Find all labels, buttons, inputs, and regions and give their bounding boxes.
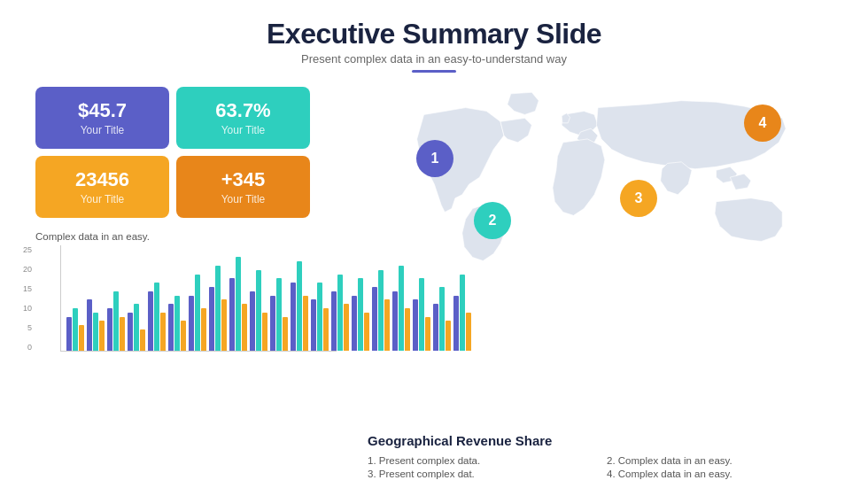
bar xyxy=(352,296,357,351)
bar xyxy=(256,270,261,351)
bar-group xyxy=(128,304,145,351)
stat-value-0: $45.7 xyxy=(78,99,127,122)
page-subtitle: Present complex data in an easy-to-under… xyxy=(35,52,833,66)
map-pin-4: 4 xyxy=(744,105,781,142)
map-pin-3: 3 xyxy=(620,180,657,217)
bar xyxy=(344,304,349,351)
stat-value-1: 63.7% xyxy=(215,99,270,122)
bar xyxy=(174,296,180,351)
stat-grid: $45.7Your Title63.7%Your Title23456Your … xyxy=(35,87,310,218)
bar xyxy=(93,313,98,351)
bar xyxy=(87,299,92,351)
bar-group xyxy=(87,299,105,351)
bar xyxy=(181,321,186,351)
bar xyxy=(270,296,275,351)
bar xyxy=(250,291,255,351)
bar xyxy=(303,296,308,351)
bar-group xyxy=(189,275,206,351)
stat-card-3: +345Your Title xyxy=(176,156,310,218)
geo-title: Geographical Revenue Share xyxy=(368,433,828,448)
stat-value-2: 23456 xyxy=(75,168,129,191)
bar xyxy=(215,266,221,351)
geo-item-2: 3. Present complex dat. xyxy=(368,469,589,479)
map-container: 1 2 3 4 xyxy=(363,87,833,426)
header: Executive Summary Slide Present complex … xyxy=(35,18,833,73)
geo-item-3: 4. Complex data in an easy. xyxy=(607,469,828,479)
page-container: Executive Summary Slide Present complex … xyxy=(0,0,868,488)
bar xyxy=(160,313,166,351)
bar xyxy=(297,261,302,351)
bar-chart: 2520151050 xyxy=(35,245,337,374)
right-panel: 1 2 3 4 Geographical Revenue Share 1. Pr… xyxy=(363,87,833,479)
bar xyxy=(229,278,235,351)
bar-group xyxy=(168,296,186,351)
geo-section: Geographical Revenue Share 1. Present co… xyxy=(363,433,833,479)
bar-group xyxy=(229,257,247,351)
bar xyxy=(128,313,133,351)
bar-group xyxy=(291,261,308,351)
bar xyxy=(154,283,159,351)
bar xyxy=(195,275,200,351)
bar-group xyxy=(270,278,288,351)
bar xyxy=(337,275,343,351)
stat-card-0: $45.7Your Title xyxy=(35,87,169,149)
bar-group xyxy=(107,291,125,351)
stat-label-3: Your Title xyxy=(221,193,266,205)
y-axis-label: 20 xyxy=(14,265,32,274)
bar xyxy=(221,299,227,351)
stat-card-2: 23456Your Title xyxy=(35,156,169,218)
bar-group xyxy=(250,270,267,351)
bar xyxy=(209,287,214,351)
bar xyxy=(283,317,288,351)
map-pin-2: 2 xyxy=(474,202,511,239)
geo-item-0: 1. Present complex data. xyxy=(368,455,589,466)
geo-list: 1. Present complex data.2. Complex data … xyxy=(368,455,828,479)
geo-item-1: 2. Complex data in an easy. xyxy=(607,455,828,466)
bar xyxy=(236,257,241,351)
bar xyxy=(168,304,174,351)
bar xyxy=(262,313,267,351)
bar xyxy=(276,278,282,351)
stat-label-1: Your Title xyxy=(221,124,266,136)
stat-label-2: Your Title xyxy=(81,193,125,205)
bar-group xyxy=(209,266,227,351)
y-axis-label: 25 xyxy=(14,245,32,254)
bar xyxy=(148,291,153,351)
y-axis-label: 10 xyxy=(14,304,32,313)
y-axis-label: 0 xyxy=(14,343,32,352)
chart-section: Complex data in an easy. 2520151050 xyxy=(35,231,354,374)
bar xyxy=(99,321,105,351)
bar-group xyxy=(148,283,166,351)
y-axis-labels: 2520151050 xyxy=(14,245,32,352)
bar xyxy=(323,308,329,351)
chart-label: Complex data in an easy. xyxy=(35,231,354,242)
bar xyxy=(134,304,139,351)
bar-group xyxy=(311,283,329,351)
bar xyxy=(79,325,84,351)
bar xyxy=(317,283,322,351)
bar-group xyxy=(66,308,84,351)
header-underline xyxy=(412,70,456,73)
page-title: Executive Summary Slide xyxy=(35,18,833,50)
bar xyxy=(113,291,119,351)
stat-card-1: 63.7%Your Title xyxy=(176,87,310,149)
main-content: $45.7Your Title63.7%Your Title23456Your … xyxy=(35,87,833,479)
bar xyxy=(120,317,125,351)
left-panel: $45.7Your Title63.7%Your Title23456Your … xyxy=(35,87,354,479)
stat-value-3: +345 xyxy=(221,168,266,191)
bar xyxy=(107,308,112,351)
bar xyxy=(311,299,316,351)
bar xyxy=(140,329,145,351)
map-pin-1: 1 xyxy=(416,140,453,177)
bar-group xyxy=(331,275,349,351)
stat-label-0: Your Title xyxy=(81,124,125,136)
bar xyxy=(189,296,194,351)
bar xyxy=(201,308,206,351)
chart-area xyxy=(60,245,337,352)
y-axis-label: 15 xyxy=(14,284,32,293)
bar xyxy=(73,308,78,351)
bar xyxy=(66,317,72,351)
bar xyxy=(291,283,296,351)
y-axis-label: 5 xyxy=(14,323,32,332)
bar xyxy=(331,291,337,351)
